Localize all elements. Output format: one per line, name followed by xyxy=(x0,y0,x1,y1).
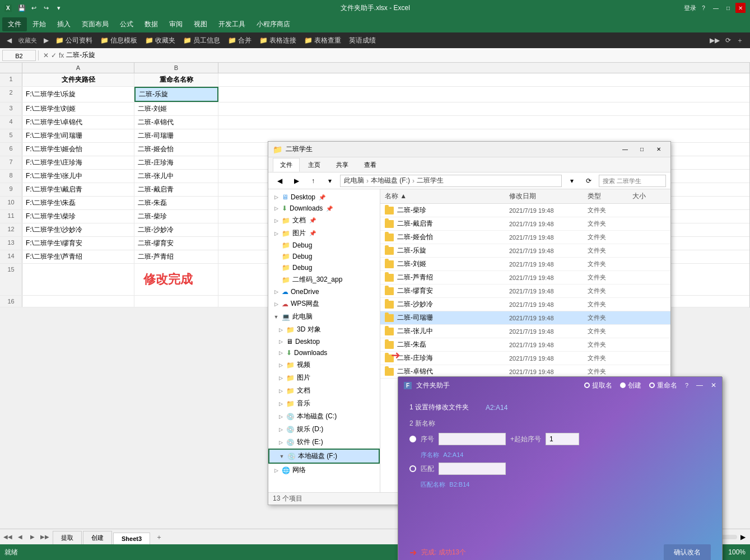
tree-item-pictures[interactable]: ▷ 📁 图片 📌 xyxy=(268,227,380,240)
cell-path[interactable]: F:\二班学生\司瑞珊 xyxy=(22,129,134,142)
expand-icon[interactable]: ▼ xyxy=(278,453,285,460)
bookmark-dedup[interactable]: 📁 表格查重 xyxy=(301,35,344,46)
col-type-header[interactable]: 类型 xyxy=(588,192,632,201)
dialog-close-btn[interactable]: ✕ xyxy=(711,381,716,389)
cell-name[interactable]: 二班-芦青绍 xyxy=(134,250,218,263)
cell-name[interactable]: 二班-戴启青 xyxy=(134,183,218,196)
match-radio[interactable] xyxy=(409,465,416,472)
path-computer[interactable]: 此电脑 xyxy=(344,176,364,185)
cell-path[interactable]: F:\二班学生\沙妙冷 xyxy=(22,223,134,236)
confirm-formula-icon[interactable]: ✓ xyxy=(51,52,57,59)
cell-name[interactable]: 二班-姬会怡 xyxy=(134,143,218,156)
tree-item-desktop2[interactable]: ▷ 🖥 Desktop xyxy=(268,336,380,347)
help-button[interactable]: ? xyxy=(698,3,709,13)
address-path[interactable]: 此电脑 › 本地磁盘 (F:) › 二班学生 xyxy=(340,175,562,187)
path-folder[interactable]: 二班学生 xyxy=(417,176,444,185)
cell-path[interactable]: F:\二班学生\姬会怡 xyxy=(22,143,134,156)
list-item[interactable]: 二班-庄珍海 2021/7/19 19:48 文件夹 xyxy=(380,352,670,365)
col-date-header[interactable]: 修改日期 xyxy=(509,192,588,201)
list-item[interactable]: 二班-刘姬 2021/7/19 19:48 文件夹 xyxy=(380,258,670,271)
cell-path[interactable]: F:\二班学生\戴启青 xyxy=(22,183,134,196)
tree-item-wps[interactable]: ▷ ☁ WPS网盘 xyxy=(268,297,380,310)
sheet-nav-prev[interactable]: ◀◀ xyxy=(2,531,13,543)
tree-item-videos[interactable]: ▷ 📁 视频 xyxy=(268,358,380,371)
cell-path[interactable]: F:\二班学生\芦青绍 xyxy=(22,250,134,263)
addr-dropdown-btn[interactable]: ▾ xyxy=(565,174,579,188)
exp-tab-home[interactable]: 主页 xyxy=(301,158,328,172)
bookmark-company[interactable]: 📁 公司资料 xyxy=(52,35,96,46)
expand-icon[interactable]: ▷ xyxy=(277,375,284,381)
bookmark-staff[interactable]: 📁 员工信息 xyxy=(180,35,223,46)
menu-developer[interactable]: 开发工具 xyxy=(213,17,251,31)
tree-item-pictures2[interactable]: ▷ 📁 图片 xyxy=(268,371,380,384)
expand-icon[interactable]: ▷ xyxy=(277,426,284,433)
cell-name[interactable]: 二班-张儿中 xyxy=(134,170,218,183)
expand-icon[interactable]: ▷ xyxy=(277,388,284,394)
menu-home[interactable]: 开始 xyxy=(27,17,52,31)
list-item[interactable]: 二班-缪育安 2021/7/19 19:48 文件夹 xyxy=(380,284,670,298)
cell-path[interactable]: F:\二班学生\缪育安 xyxy=(22,237,134,250)
bookmark-template[interactable]: 📁 信息模板 xyxy=(97,35,141,46)
exp-tab-view[interactable]: 查看 xyxy=(357,158,384,172)
sheet-nav-right[interactable]: ▶ xyxy=(27,531,38,543)
tab-extract[interactable]: 提取 xyxy=(53,531,82,544)
cell-name[interactable]: 二班-柴珍 xyxy=(134,210,218,223)
minimize-button[interactable]: — xyxy=(711,3,721,13)
tab-create[interactable]: 创建 xyxy=(83,531,112,544)
cell-name[interactable]: 二班-朱磊 xyxy=(134,197,218,209)
tree-item-debug2[interactable]: ▷ 📁 Debug xyxy=(268,251,380,262)
explorer-close-btn[interactable]: ✕ xyxy=(651,144,666,155)
tree-item-documents[interactable]: ▷ 📁 文档 📌 xyxy=(268,214,380,227)
expand-icon[interactable]: ▷ xyxy=(273,217,279,224)
cell-path[interactable]: F:\二班学生\柴珍 xyxy=(22,210,134,223)
tree-item-network[interactable]: ▷ 🌐 网络 xyxy=(268,464,380,477)
radio-rename[interactable]: 重命名 xyxy=(649,381,677,390)
undo-icon[interactable]: ↩ xyxy=(29,2,40,13)
tree-item-drive-f[interactable]: ▼ 💿 本地磁盘 (F:) xyxy=(268,449,380,464)
expand-icon[interactable]: ▷ xyxy=(277,400,284,407)
formula-input[interactable] xyxy=(66,52,748,59)
tree-item-documents2[interactable]: ▷ 📁 文档 xyxy=(268,384,380,397)
nav-up-btn[interactable]: ↑ xyxy=(306,174,320,188)
tree-item-this-pc[interactable]: ▼ 💻 此电脑 xyxy=(268,310,380,323)
exp-tab-file[interactable]: 文件 xyxy=(273,158,300,172)
expand-icon[interactable]: ▷ xyxy=(273,194,279,200)
expand-icon[interactable]: ▷ xyxy=(273,301,279,307)
expand-icon[interactable]: ▷ xyxy=(277,326,284,333)
cell-name[interactable]: 二班-卓锦代 xyxy=(134,116,218,129)
exp-tab-share[interactable]: 共享 xyxy=(329,158,356,172)
menu-file[interactable]: 文件 xyxy=(2,17,27,31)
bm-add[interactable]: ＋ xyxy=(734,35,746,46)
expand-icon[interactable]: ▷ xyxy=(277,349,284,356)
list-item[interactable]: 二班-司瑞珊 2021/7/19 19:48 文件夹 xyxy=(380,311,670,325)
expand-icon[interactable]: ▷ xyxy=(277,413,284,420)
confirm-rename-button[interactable]: 确认改名 xyxy=(664,544,711,561)
cell-path[interactable] xyxy=(22,296,134,307)
menu-miniapp[interactable]: 小程序商店 xyxy=(251,17,296,31)
maximize-button[interactable]: □ xyxy=(723,3,733,13)
expand-icon[interactable]: ▷ xyxy=(273,205,279,212)
list-item[interactable]: 二班-姬会怡 2021/7/19 19:48 文件夹 xyxy=(380,231,670,244)
dialog-help-icon[interactable]: ? xyxy=(685,382,688,389)
cell-path[interactable]: F:\二班学生\庄珍海 xyxy=(22,156,134,169)
list-item[interactable]: 二班-张儿中 2021/7/19 19:48 文件夹 xyxy=(380,325,670,338)
bm-next[interactable]: ▶ xyxy=(41,35,51,45)
list-item[interactable]: 二班-戴启青 2021/7/19 19:48 文件夹 xyxy=(380,217,670,231)
expand-icon[interactable]: ▷ xyxy=(277,362,284,368)
list-item[interactable]: 二班-沙妙冷 2021/7/19 19:48 文件夹 xyxy=(380,298,670,311)
expand-icon[interactable]: ▼ xyxy=(273,314,279,320)
menu-view[interactable]: 视图 xyxy=(188,17,213,31)
bookmark-tablelink[interactable]: 📁 表格连接 xyxy=(256,35,300,46)
tab-sheet3[interactable]: Sheet3 xyxy=(113,533,150,544)
cell-path[interactable]: F:\二班学生\朱磊 xyxy=(22,197,134,209)
cancel-formula-icon[interactable]: ✕ xyxy=(43,52,49,59)
expand-icon[interactable]: ▷ xyxy=(277,338,284,345)
nav-forward-btn[interactable]: ▶ xyxy=(290,174,303,188)
redo-icon[interactable]: ↪ xyxy=(41,2,52,13)
header-cell-b[interactable]: 重命名名称 xyxy=(134,73,218,86)
add-sheet-btn[interactable]: ＋ xyxy=(151,530,167,544)
tree-item-onedrive[interactable]: ▷ ☁ OneDrive xyxy=(268,286,380,297)
menu-formula[interactable]: 公式 xyxy=(114,17,139,31)
expand-icon[interactable]: ▷ xyxy=(273,288,279,295)
tree-item-3d[interactable]: ▷ 📁 3D 对象 xyxy=(268,323,380,336)
